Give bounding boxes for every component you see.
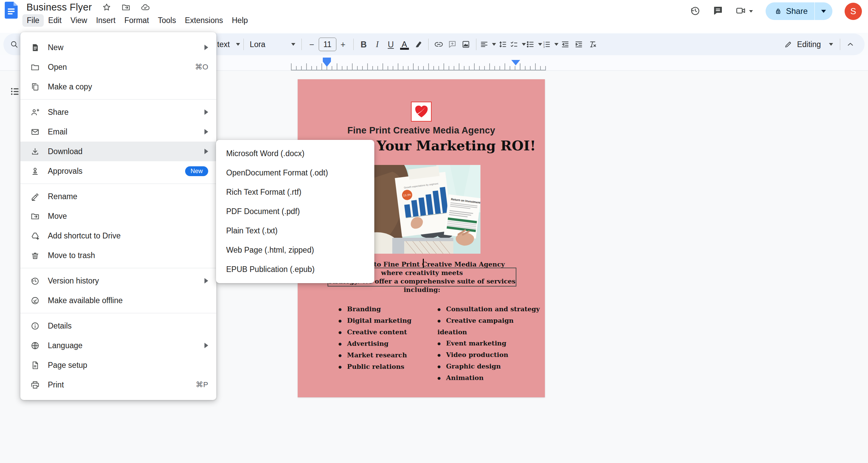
checklist-dropdown[interactable] <box>510 37 526 52</box>
collapse-toolbar-button[interactable] <box>844 37 857 52</box>
file-menu-item-open[interactable]: Open ⌘O <box>20 57 216 77</box>
left-indent-marker[interactable] <box>323 62 331 67</box>
video-call-icon <box>735 5 746 17</box>
font-dropdown[interactable]: Lora <box>247 37 298 52</box>
file-menu-item-new[interactable]: New <box>20 38 216 57</box>
page-setup-icon <box>31 361 40 370</box>
svg-text:3: 3 <box>543 45 545 48</box>
file-menu-item-move-to-trash[interactable]: Move to trash <box>20 246 216 265</box>
download-option-pdf[interactable]: PDF Document (.pdf) <box>216 202 374 221</box>
increase-font-size-button[interactable]: + <box>336 37 350 52</box>
bulleted-list-icon <box>526 40 535 49</box>
decrease-indent-button[interactable] <box>558 37 572 52</box>
download-option-txt[interactable]: Plain Text (.txt) <box>216 221 374 240</box>
download-option-html-zipped[interactable]: Web Page (.html, zipped) <box>216 240 374 260</box>
file-menu-item-version-history[interactable]: Version history <box>20 271 216 291</box>
toolbar-divider <box>301 39 302 50</box>
file-menu-item-add-shortcut-to-drive[interactable]: Add shortcut to Drive <box>20 226 216 246</box>
submenu-arrow-icon <box>204 129 208 134</box>
menu-help[interactable]: Help <box>228 14 252 27</box>
file-menu-item-language[interactable]: Language <box>20 336 216 355</box>
menu-tools[interactable]: Tools <box>154 14 181 27</box>
file-menu-item-print[interactable]: Print ⌘P <box>20 375 216 395</box>
clear-formatting-button[interactable] <box>586 37 599 52</box>
file-menu: New Open ⌘O Make a copy Share Email Down… <box>20 32 216 400</box>
download-option-docx[interactable]: Microsoft Word (.docx) <box>216 144 374 163</box>
trash-icon <box>31 251 40 260</box>
submenu-arrow-icon <box>204 45 208 50</box>
highlight-color-button[interactable] <box>411 37 425 52</box>
menu-view[interactable]: View <box>66 14 92 27</box>
submenu-arrow-icon <box>204 278 208 283</box>
increase-indent-button[interactable] <box>572 37 586 52</box>
toolbar-divider <box>476 39 476 50</box>
version-history-icon[interactable] <box>690 5 701 17</box>
download-submenu: Microsoft Word (.docx) OpenDocument Form… <box>216 140 374 283</box>
comments-icon[interactable] <box>713 5 723 17</box>
text-color-button[interactable]: A <box>398 37 411 52</box>
rename-pencil-icon <box>31 192 40 201</box>
menu-format[interactable]: Format <box>120 14 154 27</box>
file-menu-item-email[interactable]: Email <box>20 122 216 142</box>
service-item: Creative campaign ideation <box>437 315 545 338</box>
menu-insert[interactable]: Insert <box>92 14 120 27</box>
share-button[interactable]: Share <box>766 2 832 20</box>
file-menu-item-make-available-offline[interactable]: Make available offline <box>20 291 216 310</box>
file-menu-item-details[interactable]: Details <box>20 316 216 336</box>
insert-image-button[interactable] <box>459 37 473 52</box>
file-menu-item-move[interactable]: Move <box>20 206 216 226</box>
decrease-font-size-button[interactable]: − <box>305 37 319 52</box>
service-item: Animation <box>437 372 545 384</box>
font-size-input[interactable]: 11 <box>319 38 336 51</box>
file-menu-item-make-a-copy[interactable]: Make a copy <box>20 77 216 97</box>
file-menu-item-download[interactable]: Download <box>20 142 216 161</box>
share-person-icon <box>31 108 40 117</box>
line-spacing-button[interactable] <box>496 37 510 52</box>
menu-divider <box>20 268 216 268</box>
download-option-odt[interactable]: OpenDocument Format (.odt) <box>216 163 374 183</box>
video-call-control[interactable] <box>735 5 753 17</box>
menu-divider <box>20 313 216 313</box>
menu-file[interactable]: File <box>22 14 44 27</box>
make-copy-icon <box>31 82 40 91</box>
numbered-list-dropdown[interactable]: 123 <box>542 37 558 52</box>
menu-extensions[interactable]: Extensions <box>180 14 228 27</box>
document-outline-icon[interactable] <box>9 86 20 98</box>
file-menu-item-approvals[interactable]: Approvals New <box>20 161 216 181</box>
right-indent-marker[interactable] <box>511 60 520 65</box>
editing-mode-dropdown[interactable]: Editing <box>781 37 836 52</box>
numbered-list-icon: 123 <box>542 40 551 49</box>
bulleted-list-dropdown[interactable] <box>526 37 542 52</box>
menu-divider <box>20 99 216 100</box>
service-item: Video production <box>437 349 545 361</box>
google-docs-app: Fine Print Creative Media Agency Increas… <box>0 0 868 463</box>
docs-logo-icon[interactable] <box>5 2 18 19</box>
info-icon <box>31 321 40 331</box>
add-comment-button[interactable] <box>446 37 459 52</box>
document-title[interactable]: Business Flyer <box>26 2 92 13</box>
search-icon[interactable] <box>7 37 21 52</box>
bold-button[interactable]: B <box>357 37 371 52</box>
download-option-epub[interactable]: EPUB Publication (.epub) <box>216 260 374 279</box>
drive-shortcut-icon <box>31 231 40 240</box>
underline-button[interactable]: U <box>384 37 398 52</box>
avatar[interactable]: S <box>845 3 862 20</box>
star-icon[interactable] <box>102 3 111 12</box>
file-menu-item-page-setup[interactable]: Page setup <box>20 355 216 375</box>
insert-link-button[interactable] <box>432 37 446 52</box>
move-folder-icon[interactable] <box>121 3 131 12</box>
menu-edit[interactable]: Edit <box>44 14 66 27</box>
email-icon <box>31 127 40 136</box>
first-line-indent-marker[interactable] <box>323 58 331 62</box>
chevron-down-icon <box>538 43 542 46</box>
share-caret[interactable] <box>815 10 832 13</box>
italic-button[interactable]: I <box>371 37 384 52</box>
file-menu-item-share[interactable]: Share <box>20 102 216 122</box>
cloud-saved-icon[interactable] <box>141 3 150 12</box>
service-item: Event marketing <box>437 338 545 349</box>
align-dropdown[interactable] <box>480 37 496 52</box>
service-item: Advertising <box>338 338 412 350</box>
file-menu-item-rename[interactable]: Rename <box>20 187 216 206</box>
service-item: Digital marketing <box>338 315 412 327</box>
download-option-rtf[interactable]: Rich Text Format (.rtf) <box>216 183 374 202</box>
